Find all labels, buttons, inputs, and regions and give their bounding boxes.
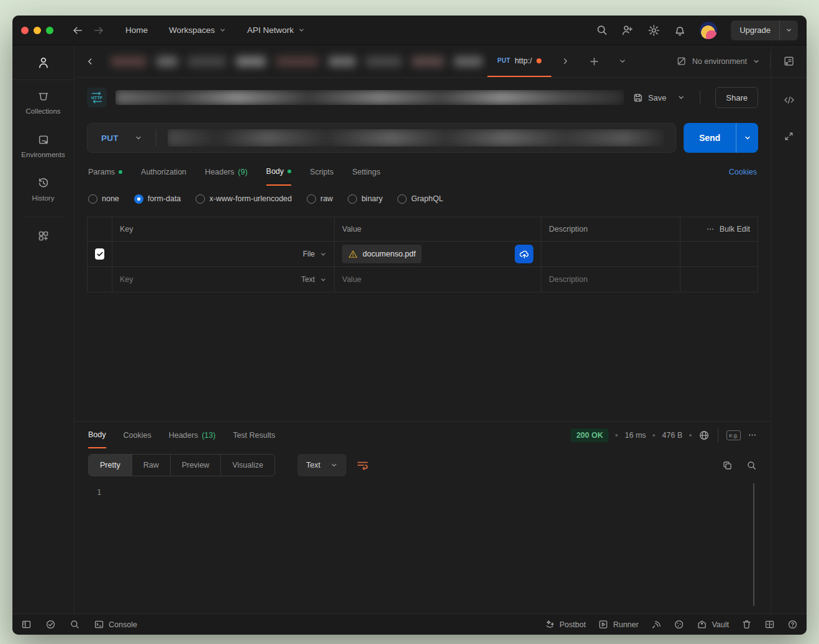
start-proxy-capture-icon[interactable] <box>651 619 661 630</box>
environment-quick-look-icon[interactable] <box>771 45 807 78</box>
search-response-icon[interactable] <box>746 460 757 471</box>
request-tab-strip: PUT http:/ No environme <box>75 45 771 78</box>
help-icon[interactable] <box>787 619 798 630</box>
sidebar-item-profile[interactable] <box>12 45 74 79</box>
user-avatar[interactable] <box>700 22 717 39</box>
upload-file-button[interactable] <box>515 245 533 263</box>
save-options-chevron-icon[interactable] <box>677 94 685 101</box>
trash-icon[interactable] <box>741 619 752 630</box>
new-tab-plus-icon[interactable] <box>580 45 609 77</box>
response-tab-body[interactable]: Body <box>88 422 106 448</box>
nav-home[interactable]: Home <box>125 25 148 35</box>
bulk-edit-label: Bulk Edit <box>720 225 750 234</box>
status-badge[interactable]: 200 OK <box>571 429 609 442</box>
response-size[interactable]: 476 B <box>662 431 682 440</box>
sidebar-item-collections[interactable]: Collections <box>12 80 74 124</box>
invite-user-icon[interactable] <box>622 24 634 37</box>
tab-headers[interactable]: Headers (9) <box>205 158 248 186</box>
row-checkbox-checked[interactable] <box>95 248 104 260</box>
view-pretty[interactable]: Pretty <box>89 455 132 476</box>
response-body-editor[interactable]: 1 <box>75 482 771 614</box>
nav-workspaces[interactable]: Workspaces <box>169 25 226 35</box>
radio-form-data[interactable]: form-data <box>134 194 181 204</box>
response-tab-body-label: Body <box>88 430 106 439</box>
response-more-options-icon[interactable] <box>748 430 757 440</box>
tab-options-chevron-icon[interactable] <box>609 45 637 77</box>
vertical-scrollbar[interactable] <box>753 483 754 606</box>
value-input[interactable] <box>342 275 533 284</box>
sidebar-item-environments[interactable]: Environments <box>12 124 74 167</box>
radio-none[interactable]: none <box>88 194 119 204</box>
nav-api-network[interactable]: API Network <box>247 25 305 35</box>
tab-authorization[interactable]: Authorization <box>141 158 186 186</box>
notifications-bell-icon[interactable] <box>674 24 686 37</box>
bulk-edit-control[interactable]: Bulk Edit <box>681 217 758 241</box>
console-button[interactable]: Console <box>94 619 137 630</box>
environment-selector[interactable]: No environment <box>666 45 770 77</box>
code-snippet-icon[interactable] <box>783 94 795 106</box>
upgrade-chevron-icon[interactable] <box>779 20 798 40</box>
tab-title-label: http:/ <box>515 57 532 65</box>
radio-graphql[interactable]: GraphQL <box>397 194 443 204</box>
file-chip[interactable]: documenso.pdf <box>342 245 422 263</box>
send-button[interactable]: Send <box>684 123 758 153</box>
value-type-dropdown[interactable]: Text <box>301 275 327 284</box>
response-format-dropdown[interactable]: Text <box>297 454 346 476</box>
response-time[interactable]: 16 ms <box>625 431 646 440</box>
save-as-example-icon[interactable]: e.g. <box>726 430 741 440</box>
two-pane-layout-icon[interactable] <box>764 619 775 630</box>
view-raw[interactable]: Raw <box>132 455 171 476</box>
expand-panel-icon[interactable] <box>784 131 794 142</box>
response-headers-count: (13) <box>202 431 215 440</box>
response-tab-test-results[interactable]: Test Results <box>233 422 275 448</box>
maximize-window-button[interactable] <box>46 27 53 34</box>
sidebar-item-add-module[interactable] <box>12 220 74 251</box>
tab-scripts[interactable]: Scripts <box>310 158 333 186</box>
copy-response-icon[interactable] <box>722 460 733 471</box>
description-input[interactable] <box>549 275 672 284</box>
runner-button[interactable]: Runner <box>598 619 638 630</box>
forward-icon[interactable] <box>88 25 109 36</box>
value-type-dropdown[interactable]: File <box>303 250 327 258</box>
response-section-tabs: Body Cookies Headers (13) Test Results 2… <box>75 421 771 448</box>
postbot-button[interactable]: Postbot <box>545 619 586 630</box>
view-preview[interactable]: Preview <box>171 455 221 476</box>
close-window-button[interactable] <box>21 27 29 34</box>
sidebar-item-history[interactable]: History <box>12 167 74 211</box>
key-input[interactable] <box>120 275 256 284</box>
cookies-icon[interactable] <box>674 619 684 630</box>
radio-x-www-form-urlencoded[interactable]: x-www-form-urlencoded <box>196 194 292 204</box>
key-cell[interactable]: File <box>112 242 335 266</box>
save-button[interactable]: Save <box>633 93 667 103</box>
minimize-window-button[interactable] <box>34 27 41 34</box>
redacted-url-input[interactable] <box>168 129 664 147</box>
vault-button[interactable]: Vault <box>697 619 729 630</box>
view-visualize[interactable]: Visualize <box>221 455 274 476</box>
radio-binary[interactable]: binary <box>348 194 382 204</box>
tabs-scroll-left-icon[interactable] <box>75 45 106 77</box>
tab-settings[interactable]: Settings <box>352 158 380 186</box>
find-and-replace-icon[interactable] <box>70 619 80 630</box>
redacted-tab <box>454 57 482 66</box>
share-button[interactable]: Share <box>715 87 758 108</box>
network-globe-icon[interactable] <box>699 430 710 441</box>
response-tab-cookies[interactable]: Cookies <box>124 422 152 448</box>
cookies-link[interactable]: Cookies <box>729 168 757 176</box>
left-sidebar: Collections Environments History <box>12 45 75 614</box>
tabs-scroll-right-icon[interactable] <box>551 45 580 77</box>
settings-gear-icon[interactable] <box>648 24 660 37</box>
wrap-text-icon[interactable] <box>356 459 369 471</box>
back-icon[interactable] <box>67 25 88 36</box>
method-dropdown[interactable]: PUT <box>88 134 156 143</box>
description-cell[interactable] <box>541 242 681 266</box>
tab-params[interactable]: Params <box>88 158 122 186</box>
search-icon[interactable] <box>596 24 608 36</box>
send-options-chevron-icon[interactable] <box>736 123 758 153</box>
api-health-check-icon[interactable] <box>45 619 56 630</box>
toggle-sidebar-icon[interactable] <box>21 619 32 630</box>
radio-raw[interactable]: raw <box>307 194 333 204</box>
active-request-tab[interactable]: PUT http:/ <box>487 45 551 77</box>
response-tab-headers[interactable]: Headers (13) <box>169 422 215 448</box>
upgrade-button[interactable]: Upgrade <box>731 20 798 40</box>
tab-body[interactable]: Body <box>266 158 292 186</box>
